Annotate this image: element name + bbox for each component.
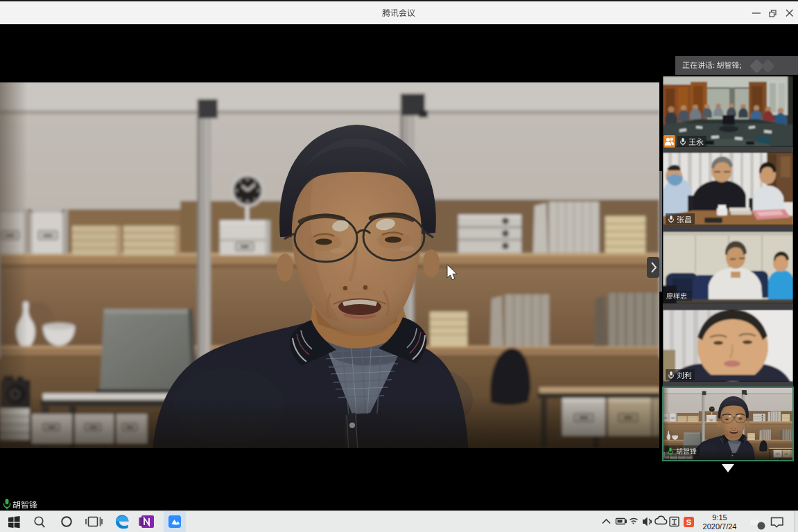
svg-text:2020/7/24: 2020/7/24: [703, 522, 737, 531]
svg-text:IM: IM: [750, 518, 758, 526]
svg-text:S: S: [686, 518, 691, 526]
svg-text:9:15: 9:15: [712, 513, 727, 522]
